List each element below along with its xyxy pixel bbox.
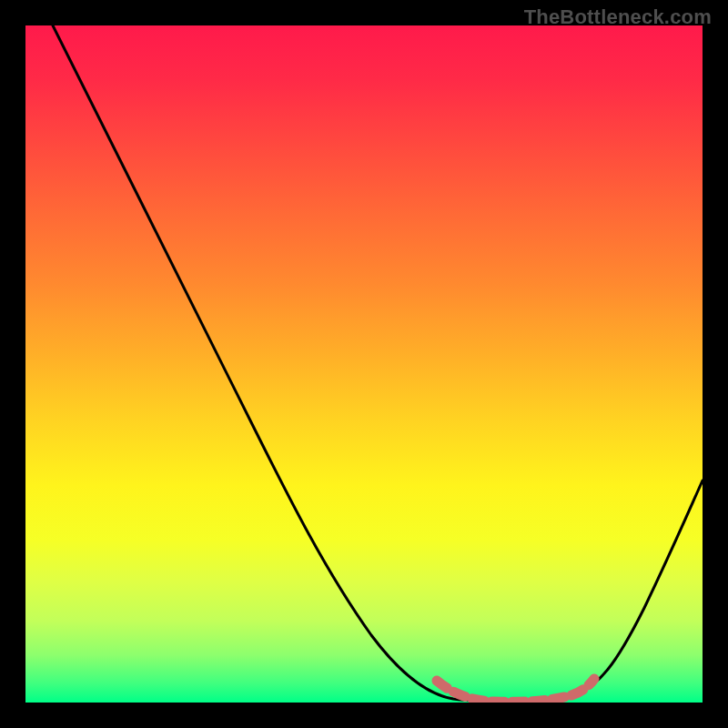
watermark-text: TheBottleneck.com bbox=[524, 5, 712, 29]
stage: TheBottleneck.com bbox=[0, 0, 728, 728]
curve-path bbox=[53, 25, 703, 702]
plot-area bbox=[25, 25, 703, 703]
chart-svg bbox=[25, 25, 703, 703]
highlight-path bbox=[437, 679, 594, 702]
